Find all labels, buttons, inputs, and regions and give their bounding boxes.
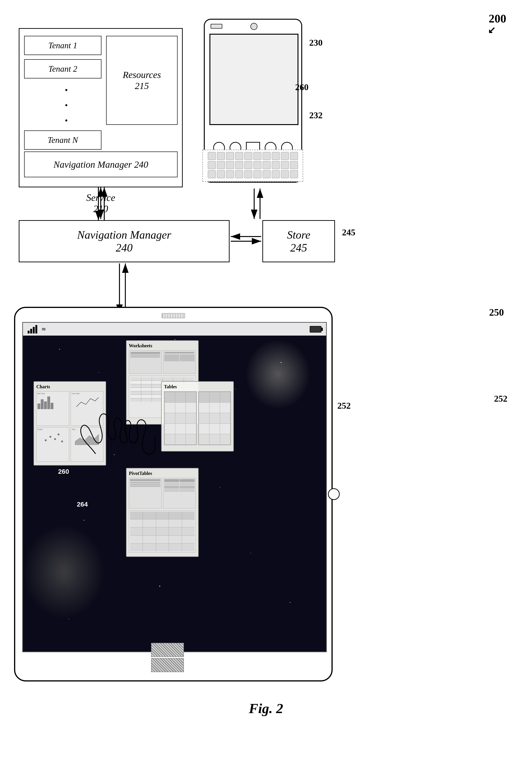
charts-card-title: Charts [36, 384, 103, 389]
wifi-icon: ≈ [42, 326, 45, 333]
tablet-top-speaker-crosshatch [151, 643, 184, 657]
mobile-outer [204, 19, 302, 183]
star [114, 454, 114, 455]
chart-thumb-3: Scatter [36, 427, 69, 461]
key [281, 170, 289, 178]
key [208, 152, 216, 160]
key [290, 170, 298, 178]
star [84, 520, 84, 521]
keyboard-area [202, 150, 303, 182]
chart-thumb-2: Line Chart [70, 391, 103, 426]
svg-point-14 [54, 438, 56, 440]
ref-260b-label: 260 [58, 468, 69, 475]
pivottables-card[interactable]: PivotTables [126, 468, 199, 557]
mobile-screen [209, 34, 299, 125]
svg-point-12 [45, 439, 47, 441]
mobile-device: 230 260 232 [204, 19, 307, 187]
chart-thumb-1: Bar Chart [36, 391, 69, 426]
ref-260a: 260 [295, 82, 308, 92]
svg-point-16 [61, 441, 63, 442]
key [208, 170, 216, 178]
bar4 [35, 325, 37, 334]
store-line2: 245 [290, 241, 307, 254]
svg-point-15 [58, 433, 60, 435]
charts-card[interactable]: Charts Bar Chart [33, 381, 106, 465]
nav-manager-main-box: Navigation Manager 240 [19, 220, 229, 262]
ref-252: 252 [494, 393, 508, 404]
star [235, 388, 236, 389]
star [175, 339, 175, 340]
tenant-boxes-container: Tenant 1 Tenant 2 ••• Tenant N [24, 36, 102, 154]
key [226, 170, 234, 178]
tenantN-box: Tenant N [24, 131, 102, 150]
star [250, 553, 251, 553]
tenant-dots: ••• [24, 83, 102, 128]
key [235, 170, 243, 178]
tablet-outer: ≈ [14, 307, 333, 682]
key [254, 152, 262, 160]
key [217, 152, 225, 160]
star [159, 586, 160, 587]
pivot-thumb-1 [129, 478, 162, 508]
key [290, 161, 298, 169]
ref-230: 230 [309, 37, 323, 48]
star [59, 349, 60, 350]
key [217, 161, 225, 169]
worksheets-card-title: Worksheets [129, 343, 196, 348]
nebula-left [23, 525, 105, 619]
ref-200-arrow: ↙ [488, 24, 496, 36]
key [226, 161, 234, 169]
keyboard-row-2 [205, 161, 301, 169]
nav-manager-inner-label: Navigation Manager 240 [54, 159, 148, 170]
key [254, 161, 262, 169]
key [235, 161, 243, 169]
key [226, 152, 234, 160]
key [235, 152, 243, 160]
status-bar: ≈ [23, 323, 326, 336]
service-box: Tenant 1 Tenant 2 ••• Tenant N Resources… [19, 28, 183, 187]
pivot-main-area [129, 510, 196, 552]
charts-grid: Bar Chart [36, 391, 103, 461]
bar2 [30, 329, 32, 334]
resources-label-line1: Resources [123, 69, 161, 80]
key [290, 152, 298, 160]
resources-label-line2: 215 [135, 81, 149, 91]
tablet-home-button[interactable] [328, 488, 340, 500]
key [281, 161, 289, 169]
tenant1-box: Tenant 1 [24, 36, 102, 55]
ref-245: 245 [342, 227, 355, 237]
tablet-speaker-top-icon [162, 313, 185, 318]
table-thumb-1 [164, 391, 197, 445]
nav-manager-inner-box: Navigation Manager 240 [24, 151, 178, 177]
battery-icon [310, 326, 321, 333]
key [263, 152, 270, 160]
star [220, 487, 221, 488]
pivottables-card-title: PivotTables [129, 471, 196, 476]
tablet-device: ≈ [14, 307, 337, 691]
bar1 [28, 331, 29, 334]
chart-thumb-4: Area [70, 427, 103, 461]
tablet-screen: ≈ [22, 322, 327, 652]
tables-card-title: Tables [164, 384, 231, 389]
store-line1: Store [287, 228, 310, 241]
nav-manager-main-line2: 240 [116, 241, 133, 254]
starfield-background: Worksheets [23, 323, 326, 652]
keyboard-row-1 [205, 152, 301, 160]
key [244, 161, 252, 169]
key [263, 161, 270, 169]
table-thumb-2 [198, 391, 231, 445]
signal-bars-icon [28, 325, 37, 334]
tablet-bottom-speaker-crosshatch [151, 658, 184, 672]
star [99, 372, 99, 373]
ref-264-label: 264 [77, 501, 88, 508]
key [272, 161, 280, 169]
key [263, 170, 270, 178]
worksheet-thumb-1 [129, 350, 162, 374]
keyboard-row-3 [205, 170, 301, 178]
fig-caption: Fig. 2 [249, 700, 283, 717]
diagram-container: 200 ↙ Tenant 1 Tenant 2 ••• Tenant N Res… [0, 0, 532, 726]
ref-200: 200 [489, 12, 506, 25]
star [290, 602, 291, 603]
tables-card[interactable]: Tables [161, 381, 234, 452]
ref-250: 250 [489, 307, 504, 318]
